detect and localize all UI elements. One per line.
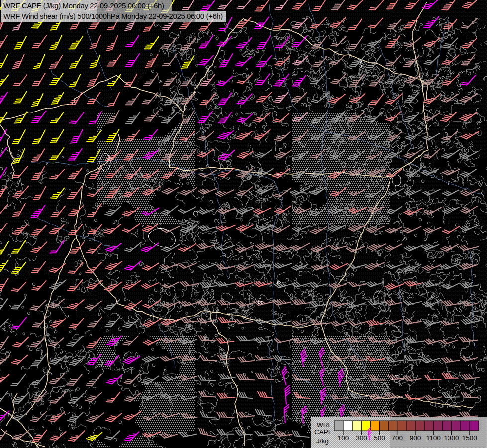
svg-text:100: 100 xyxy=(338,434,349,442)
svg-text:1500: 1500 xyxy=(462,434,477,442)
svg-text:WRF: WRF xyxy=(317,421,332,429)
svg-text:WRF Wind shear (m/s) 500/1000h: WRF Wind shear (m/s) 500/1000hPa Monday … xyxy=(3,12,223,20)
svg-text:WRF CAPE (J/kg) Monday 22-09-2: WRF CAPE (J/kg) Monday 22-09-2025 06:00 … xyxy=(3,1,164,10)
svg-text:J/kg: J/kg xyxy=(316,437,329,445)
svg-text:900: 900 xyxy=(410,434,421,442)
svg-text:CAPE: CAPE xyxy=(314,428,333,436)
svg-text:1300: 1300 xyxy=(444,434,459,442)
svg-text:500: 500 xyxy=(374,434,385,442)
svg-text:1100: 1100 xyxy=(426,434,441,442)
svg-text:700: 700 xyxy=(392,434,403,442)
svg-text:300: 300 xyxy=(356,434,367,442)
